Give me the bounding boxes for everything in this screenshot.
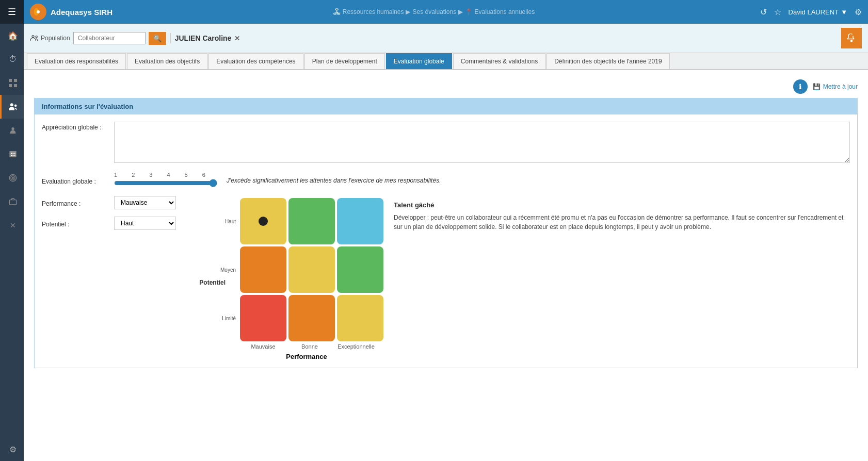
logo-icon bbox=[30, 4, 46, 20]
menu-button[interactable]: ☰ bbox=[0, 0, 24, 24]
sidebar-item-users[interactable] bbox=[0, 95, 24, 119]
svg-point-15 bbox=[11, 176, 15, 180]
matrix-cell-2-1 bbox=[288, 295, 335, 341]
appreciation-control bbox=[114, 122, 850, 164]
app-logo: Adequasys SIRH bbox=[30, 4, 112, 20]
tab-responsabilites[interactable]: Evaluation des responsabilités bbox=[27, 53, 126, 69]
user-menu[interactable]: David LAURENT ▼ bbox=[789, 8, 847, 16]
sidebar-item-clock[interactable]: ⏱ bbox=[0, 47, 24, 71]
svg-rect-9 bbox=[12, 153, 13, 154]
sidebar-item-settings[interactable]: ⚙ bbox=[0, 437, 24, 461]
potential-select[interactable]: Limité Moyen Haut bbox=[114, 217, 176, 230]
performance-select[interactable]: Mauvaise Bonne Exceptionnelle bbox=[114, 196, 176, 209]
search-input[interactable] bbox=[73, 32, 146, 44]
sidebar-item-grid[interactable] bbox=[0, 71, 24, 95]
org-icon bbox=[333, 8, 341, 15]
tab-competences[interactable]: Evaluation des compétences bbox=[208, 53, 303, 69]
matrix-cell-1-2 bbox=[337, 246, 383, 293]
username-label: David LAURENT bbox=[789, 8, 839, 16]
header-right bbox=[841, 28, 862, 48]
slider-container: 1 2 3 4 5 6 J'excède significativement l… bbox=[114, 172, 850, 189]
slider-val-1: 1 bbox=[114, 172, 117, 178]
main-content: ℹ 💾 Mettre à jour Informations sur l'éva… bbox=[24, 70, 868, 461]
save-icon: 💾 bbox=[813, 83, 821, 90]
tabs-bar: Evaluation des responsabilités Evaluatio… bbox=[24, 53, 868, 70]
evaluation-slider[interactable] bbox=[114, 179, 217, 187]
matrix-grid bbox=[240, 198, 383, 341]
save-label: Mettre à jour bbox=[823, 83, 858, 90]
svg-rect-21 bbox=[335, 9, 338, 10]
sidebar-bottom: ⚙ bbox=[0, 437, 24, 461]
matrix-performance-title: Performance bbox=[230, 353, 383, 360]
tab-plan[interactable]: Plan de développement bbox=[304, 53, 385, 69]
search-area: Population 🔍 bbox=[30, 32, 166, 45]
sidebar-item-person[interactable] bbox=[0, 119, 24, 142]
breadcrumb-part1: Ressources humaines bbox=[343, 8, 404, 15]
svg-point-27 bbox=[32, 36, 34, 38]
matrix-bottom-mauvaise: Mauvaise bbox=[240, 343, 286, 350]
performance-label: Performance : bbox=[42, 198, 109, 207]
performance-matrix: Haut Moyen Limité Potentiel bbox=[212, 196, 383, 360]
matrix-y-label-haut: Haut bbox=[225, 198, 238, 244]
remove-collaborator-button[interactable]: ✕ bbox=[234, 35, 240, 42]
content-header: Population 🔍 JULIEN Caroline ✕ bbox=[24, 24, 868, 53]
matrix-bottom-bonne: Bonne bbox=[286, 343, 333, 350]
notifications-button[interactable] bbox=[841, 28, 862, 48]
matrix-cell-0-1 bbox=[288, 198, 335, 244]
topbar-right: ↺ ☆ David LAURENT ▼ ⚙ bbox=[760, 7, 862, 17]
sidebar-item-x[interactable]: ✕ bbox=[0, 213, 24, 237]
matrix-cell-1-1 bbox=[288, 246, 335, 293]
talent-info: Talent gâché Développer : peut-être un c… bbox=[394, 196, 850, 360]
sidebar-item-home[interactable]: 🏠 bbox=[0, 24, 24, 47]
sidebar-item-target[interactable] bbox=[0, 166, 24, 190]
matrix-bottom-exceptionnelle: Exceptionnelle bbox=[333, 343, 379, 350]
breadcrumb-arrow2: ▶ bbox=[458, 8, 463, 15]
main-area: Adequasys SIRH Ressources humaines ▶ Ses… bbox=[24, 0, 868, 461]
tab-commentaires[interactable]: Commentaires & validations bbox=[453, 53, 545, 69]
collaborator-tag: JULIEN Caroline ✕ bbox=[170, 33, 245, 43]
save-button[interactable]: 💾 Mettre à jour bbox=[813, 83, 858, 90]
breadcrumb-arrow1: ▶ bbox=[406, 8, 410, 15]
matrix-dot bbox=[259, 217, 268, 226]
svg-rect-11 bbox=[11, 155, 12, 156]
svg-rect-3 bbox=[14, 84, 17, 87]
population-label: Population bbox=[30, 35, 70, 42]
refresh-icon[interactable]: ↺ bbox=[760, 7, 767, 17]
star-icon[interactable]: ☆ bbox=[774, 7, 781, 17]
svg-point-28 bbox=[36, 36, 37, 38]
svg-point-29 bbox=[851, 40, 853, 42]
sidebar-item-building[interactable] bbox=[0, 142, 24, 166]
sidebar: ☰ 🏠 ⏱ ✕ ⚙ bbox=[0, 0, 24, 461]
tab-objectifs[interactable]: Evaluation des objectifs bbox=[127, 53, 207, 69]
svg-rect-2 bbox=[9, 84, 12, 87]
gear-icon[interactable]: ⚙ bbox=[855, 7, 862, 17]
matrix-potentiel-title: Potentiel bbox=[199, 279, 226, 286]
sidebar-item-briefcase[interactable] bbox=[0, 190, 24, 213]
slider-labels: 1 2 3 4 5 6 bbox=[114, 172, 217, 178]
matrix-y-label-limite: Limité bbox=[222, 295, 238, 341]
collaborator-name: JULIEN Caroline bbox=[175, 34, 232, 42]
action-bar: ℹ 💾 Mettre à jour bbox=[34, 75, 858, 98]
matrix-cell-0-0 bbox=[240, 198, 286, 244]
slider-val-2: 2 bbox=[132, 172, 135, 178]
appreciation-textarea[interactable] bbox=[114, 122, 850, 163]
search-button[interactable]: 🔍 bbox=[149, 32, 166, 45]
slider-val-4: 4 bbox=[167, 172, 170, 178]
svg-rect-1 bbox=[14, 79, 17, 82]
population-icon bbox=[30, 35, 38, 42]
tab-evaluation-globale[interactable]: Evaluation globale bbox=[386, 53, 452, 69]
breadcrumb: Ressources humaines ▶ Ses évaluations ▶ … bbox=[333, 8, 535, 15]
info-section-body: Appréciation globale : Evaluation global… bbox=[35, 114, 857, 368]
svg-point-4 bbox=[10, 103, 13, 106]
svg-point-5 bbox=[14, 105, 17, 107]
tab-definition-objectifs[interactable]: Définition des objectifs de l'année 2019 bbox=[546, 53, 669, 69]
slider-val-6: 6 bbox=[202, 172, 205, 178]
info-button[interactable]: ℹ bbox=[793, 79, 808, 94]
user-dropdown-arrow: ▼ bbox=[841, 8, 847, 16]
breadcrumb-part2: Ses évaluations bbox=[412, 8, 456, 15]
svg-point-6 bbox=[11, 127, 14, 130]
performance-row: Performance : Mauvaise Bonne Exceptionne… bbox=[42, 196, 850, 360]
svg-rect-13 bbox=[14, 155, 15, 156]
matrix-cell-2-2 bbox=[337, 295, 383, 341]
info-section-header: Informations sur l'évaluation bbox=[35, 98, 857, 114]
